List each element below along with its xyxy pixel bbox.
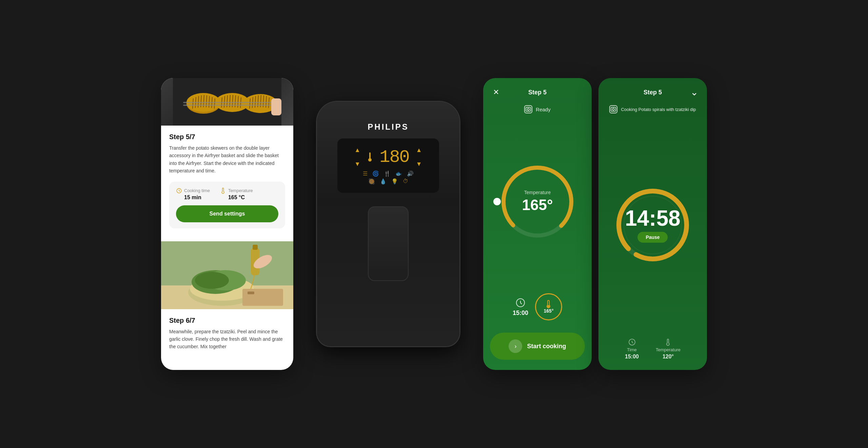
temp-small-label: Temperature: [656, 347, 680, 352]
temp-stat-circle: 165°: [535, 293, 562, 320]
start-btn-label: Start cooking: [527, 343, 566, 350]
device-icon-2: [609, 105, 617, 113]
chicken-icon: 🐟: [395, 170, 402, 177]
time-small-stat: Time 15:00: [625, 338, 639, 360]
svg-rect-46: [369, 152, 371, 158]
temp-stat-icon: [545, 300, 553, 308]
airfryer: PHILIPS ▲ ▼: [303, 78, 473, 370]
step6-desc: Meanwhile, prepare the tzatziki. Peel an…: [169, 328, 285, 351]
svg-point-55: [612, 108, 614, 110]
timer-display: 14:58: [625, 207, 680, 229]
temp-small-value: 120°: [663, 354, 674, 360]
cooking-time-value: 15 min: [176, 194, 210, 201]
philips-logo: PHILIPS: [368, 122, 409, 132]
food-icon: 🥘: [368, 178, 375, 185]
svg-rect-32: [271, 98, 281, 115]
clock-icon: [176, 188, 182, 194]
temperature-value: 165 °C: [220, 194, 253, 201]
time-stat-icon: [515, 297, 526, 308]
recipe-card: Step 5/7 Transfer the potato skewers on …: [161, 78, 293, 370]
temp-small-stat: Temperature 120°: [656, 338, 680, 360]
temp-icon: [367, 152, 373, 162]
menu-icon[interactable]: ☰: [363, 170, 368, 177]
temp-stat-value: 165°: [544, 308, 554, 314]
step6-content: Step 6/7 Meanwhile, prepare the tzatziki…: [161, 309, 293, 368]
chevron-down-button[interactable]: ⌄: [688, 86, 700, 98]
fan-icon: 🌀: [372, 170, 379, 177]
airfryer-body: PHILIPS ▲ ▼: [317, 102, 459, 346]
start-cooking-button[interactable]: › Start cooking: [490, 333, 585, 360]
svg-point-49: [527, 108, 529, 110]
phone1-status: Ready: [483, 102, 592, 117]
phone1-stats: 15:00 165°: [483, 286, 592, 327]
settings-box: Cooking time 15 min Temperature: [169, 182, 285, 228]
device-icon-1: [524, 105, 532, 113]
time-small-icon: [628, 338, 636, 346]
svg-rect-30: [183, 102, 271, 103]
time-stat: 15:00: [513, 297, 528, 317]
phone2-circle-section: 14:58 Pause: [598, 117, 707, 333]
time-small-value: 15:00: [625, 354, 639, 360]
phone2-step-label: Step 5: [617, 89, 688, 96]
fork-icon: 🍴: [384, 170, 391, 177]
phone1-header: ✕ Step 5: [483, 78, 592, 102]
time-down-arrow[interactable]: ▼: [416, 161, 422, 168]
temp-down-arrow[interactable]: ▼: [354, 161, 360, 168]
phone2-status-text: Cooking Potato spirals with tzatziki dip: [621, 107, 696, 112]
light-icon: 💡: [391, 178, 398, 185]
svg-point-40: [195, 272, 229, 289]
step5-desc: Transfer the potato skewers on the doubl…: [169, 144, 285, 175]
temp-up-arrow[interactable]: ▲: [354, 147, 360, 154]
temp-circle-value: 165°: [522, 197, 553, 213]
pause-button[interactable]: Pause: [637, 232, 668, 243]
phone2-stats: Time 15:00 Temperature 120°: [598, 333, 707, 370]
svg-point-47: [368, 158, 372, 162]
timer-icon: ⏱: [403, 178, 408, 185]
time-up-arrow[interactable]: ▲: [416, 147, 422, 154]
phone1-step-label: Step 5: [502, 89, 573, 96]
thermometer-icon: [220, 188, 226, 194]
sound-icon: 🔊: [407, 170, 414, 177]
phone2-status: Cooking Potato spirals with tzatziki dip: [598, 102, 707, 117]
svg-rect-54: [611, 107, 616, 111]
temperature-label: Temperature: [228, 188, 253, 193]
step5-content: Step 5/7 Transfer the potato skewers on …: [161, 126, 293, 241]
phone1-circle-section: Temperature 165°: [483, 117, 592, 286]
svg-point-53: [548, 305, 549, 307]
step5-title: Step 5/7: [169, 133, 285, 141]
temp-display: 180: [379, 147, 409, 167]
svg-rect-42: [253, 245, 258, 250]
svg-rect-31: [183, 105, 271, 106]
send-settings-button[interactable]: Send settings: [176, 205, 278, 222]
oil-icon: 💧: [380, 178, 387, 185]
step6-image: [161, 241, 293, 309]
temp-circle-label: Temperature: [522, 190, 553, 195]
step5-image: [161, 78, 293, 126]
close-button[interactable]: ✕: [490, 86, 502, 98]
cooking-time-item: Cooking time 15 min: [176, 188, 210, 201]
temp-small-icon: [664, 338, 672, 346]
step6-title: Step 6/7: [169, 317, 285, 324]
start-arrow-icon: ›: [509, 339, 522, 353]
phone2-header: Step 5 ⌄: [598, 78, 707, 102]
svg-rect-44: [242, 289, 283, 306]
airfryer-handle[interactable]: [368, 206, 409, 281]
phone1-status-text: Ready: [536, 107, 550, 112]
svg-rect-45: [248, 292, 254, 294]
svg-rect-48: [526, 107, 531, 111]
temperature-item: Temperature 165 °C: [220, 188, 253, 201]
cooking-time-label: Cooking time: [184, 188, 210, 193]
display-panel: ▲ ▼ 180: [337, 138, 439, 193]
green-phone-ready: ✕ Step 5 Ready: [483, 78, 592, 370]
time-stat-value: 15:00: [513, 310, 528, 317]
time-small-label: Time: [627, 347, 636, 352]
green-phone-cooking: Step 5 ⌄ Cooking Potato spirals with tza…: [598, 78, 707, 370]
